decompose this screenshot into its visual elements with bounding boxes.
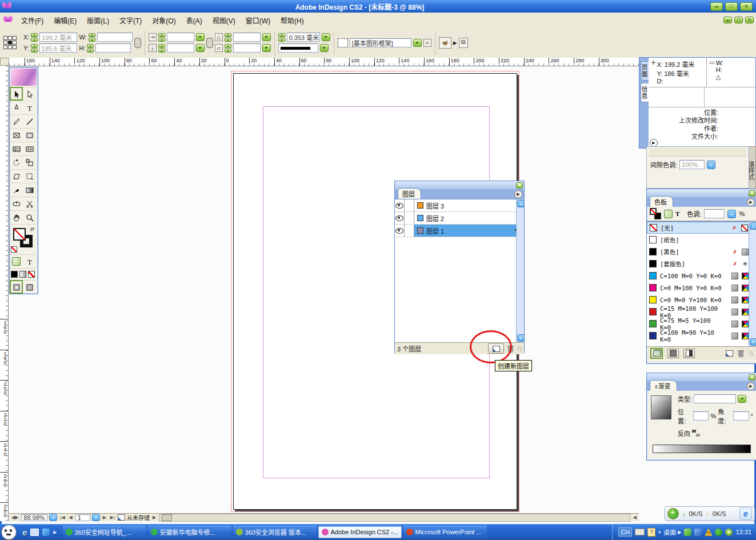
minimize-button[interactable] (710, 2, 723, 11)
scale-y-stepper[interactable] (158, 44, 165, 53)
new-swatch-button[interactable] (726, 350, 733, 357)
layer-lock-toggle[interactable] (405, 199, 414, 211)
gap-tint-field[interactable]: 100% (679, 160, 705, 169)
menu-item[interactable]: 窗口(W) (241, 13, 275, 27)
menu-item[interactable]: 版面(L) (82, 13, 114, 27)
horizontal-grid-tool[interactable] (10, 142, 23, 155)
info-flyout-button[interactable] (650, 139, 658, 147)
layer-visibility-toggle[interactable] (395, 212, 405, 224)
show-color-swatches-button[interactable] (667, 349, 679, 358)
vertical-grid-tool[interactable] (23, 142, 36, 155)
maximize-button[interactable] (725, 2, 738, 11)
clock[interactable]: 13:31 (735, 529, 751, 535)
scale-x-field[interactable] (167, 33, 194, 42)
scroll-up-icon[interactable] (750, 222, 756, 230)
swatches-close-icon[interactable] (749, 190, 755, 197)
quick-apply-icon[interactable]: ≡ (423, 39, 431, 47)
start-button[interactable] (1, 525, 17, 540)
tray-warning-icon[interactable]: A (705, 529, 712, 536)
shear-field[interactable] (233, 43, 261, 53)
menu-item[interactable]: 表(A) (181, 13, 207, 27)
show-all-swatches-button[interactable] (650, 348, 663, 359)
gradient-flyout-button[interactable] (747, 382, 755, 390)
pencil-tool[interactable] (10, 114, 23, 128)
stroke-weight-stepper[interactable] (278, 33, 285, 42)
language-indicator[interactable]: CH (618, 527, 632, 537)
layer-visibility-toggle[interactable] (395, 199, 405, 211)
taskbar-task[interactable]: Adobe InDesign CS2 -... (318, 526, 402, 538)
doc-minimize-button[interactable] (723, 17, 732, 23)
traffic-monitor[interactable]: ↓ 0K/S ↑ 0K/S e (665, 506, 755, 521)
direct-selection-tool[interactable] (23, 87, 36, 101)
tab-info[interactable]: 信息 (641, 83, 649, 102)
help-icon[interactable]: ? (647, 528, 655, 537)
layer-row[interactable]: 图层 2 (395, 212, 524, 225)
stroke-type-dropdown[interactable] (320, 44, 329, 52)
layers-close-icon[interactable] (516, 182, 523, 189)
palette-menu-icon[interactable]: ▤ (459, 38, 468, 48)
resize-grip[interactable] (749, 351, 753, 355)
gradient-tool[interactable] (23, 183, 36, 197)
scroll-down-icon[interactable] (750, 338, 756, 346)
constrain-scale-icon[interactable] (206, 38, 213, 48)
zoom-level-field[interactable]: 88.98% (21, 514, 47, 521)
scale-tool[interactable] (23, 155, 36, 169)
gradient-tab[interactable]: ⇕渐变 (650, 380, 677, 391)
layer-visibility-toggle[interactable] (395, 225, 405, 237)
next-page-button[interactable]: ▶ (102, 515, 107, 520)
swatches-tab[interactable]: 色板 (650, 196, 673, 207)
text-toggle-icon[interactable]: T (675, 210, 679, 217)
keyboard-icon[interactable] (635, 529, 645, 535)
bridge-icon[interactable]: 🦋 (439, 37, 451, 49)
app-icon[interactable] (2, 2, 11, 10)
prev-page-button[interactable]: ◀ (68, 515, 74, 520)
rotate-tool[interactable] (10, 155, 23, 169)
taskbar-task[interactable]: 安徽新华电脑专修... (148, 526, 231, 538)
shear-stepper[interactable] (225, 44, 231, 53)
layer-row[interactable]: 图层 3 (395, 199, 524, 212)
scale-y-field[interactable] (167, 43, 194, 53)
line-tool[interactable] (23, 114, 36, 128)
swatches-scrollbar[interactable] (749, 222, 756, 346)
free-transform-tool[interactable] (23, 169, 36, 183)
menu-item[interactable]: 帮助(H) (275, 13, 309, 27)
splitter-icon[interactable]: ◀▶ (10, 515, 19, 520)
swatch-row[interactable]: C=75 M=5 Y=100 K=0 (647, 318, 756, 330)
resize-grip[interactable] (517, 346, 522, 351)
scissors-tool[interactable] (23, 197, 36, 210)
preview-view-button[interactable] (23, 280, 36, 294)
type-tool[interactable]: T (23, 101, 36, 114)
scale-x-stepper[interactable] (158, 33, 165, 42)
rotation-stepper[interactable] (225, 33, 231, 42)
taskbar-task[interactable]: Microsoft PowerPoint ... (403, 526, 487, 538)
swatch-row[interactable]: [套版色] (647, 258, 756, 270)
layer-lock-toggle[interactable] (405, 225, 414, 237)
x-stepper[interactable] (31, 33, 38, 42)
scale-x-dropdown[interactable] (196, 33, 205, 41)
tray-shield-icon[interactable] (715, 529, 722, 536)
gradient-ramp[interactable] (653, 445, 751, 453)
formatting-affects-text[interactable]: T (23, 254, 36, 268)
scroll-up-icon[interactable] (517, 200, 524, 207)
tab-pages[interactable]: 页面 (641, 61, 649, 81)
zoom-dropdown[interactable]: ▾ (49, 514, 57, 521)
360-browser-icon[interactable] (42, 529, 50, 536)
swatch-row[interactable]: [纸色] (647, 234, 756, 246)
scale-y-dropdown[interactable] (196, 44, 205, 52)
fill-stroke-proxy[interactable] (10, 224, 36, 254)
horizontal-scrollbar[interactable] (159, 514, 630, 522)
apply-none-button[interactable] (28, 271, 35, 278)
swatch-row[interactable]: [黑色] (647, 246, 756, 258)
stroke-weight-field[interactable]: 0.353 毫米 (287, 33, 320, 42)
tint-dropdown[interactable]: ▸ (727, 210, 736, 218)
shear-tool[interactable] (10, 169, 23, 183)
palette-expand-arrow[interactable]: ▶ (453, 40, 457, 46)
ie-icon[interactable]: e (22, 527, 27, 537)
frame-tool[interactable] (10, 128, 23, 142)
tray-plus-icon[interactable]: + (725, 529, 733, 536)
pen-tool[interactable] (10, 101, 23, 114)
object-style-field[interactable]: [基本图形框架] (350, 38, 411, 47)
rotation-field[interactable] (233, 33, 261, 42)
menu-item[interactable]: 视图(V) (207, 13, 241, 27)
fill-stroke-proxy-small[interactable] (650, 208, 661, 219)
